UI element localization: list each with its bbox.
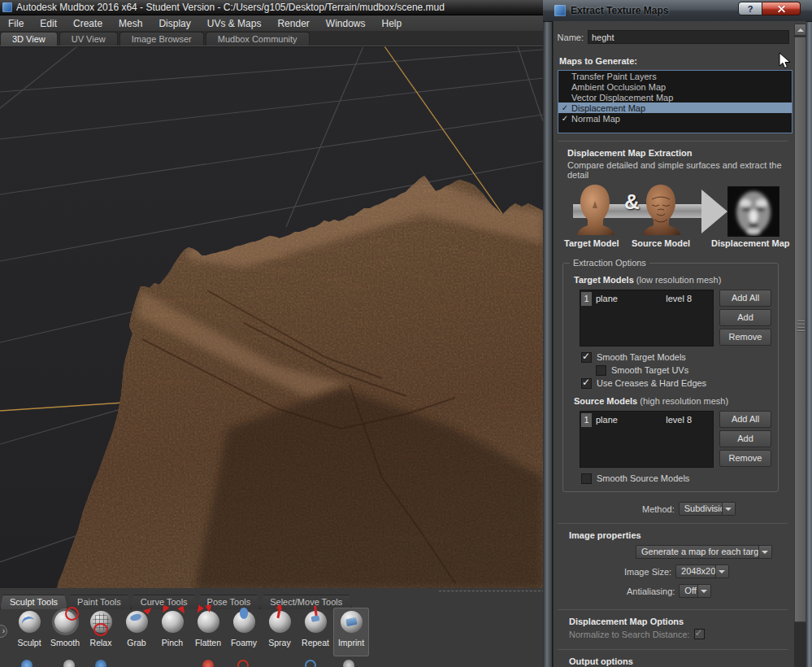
map-mode-dropdown[interactable]: Generate a map for each target: [636, 545, 772, 559]
tool-label: Pinch: [162, 638, 183, 647]
dialog-border: [543, 0, 553, 667]
tool-sphere-icon: [126, 611, 148, 633]
partial-tool-icon[interactable]: [95, 660, 106, 667]
ampersand: &: [624, 190, 640, 215]
dialog-titlebar[interactable]: Extract Texture Maps ?: [543, 0, 812, 22]
maps-to-generate-list: Transfer Paint Layers Ambient Occlusion …: [558, 70, 792, 133]
source-model-image: [639, 183, 683, 237]
remove-button[interactable]: Remove: [719, 329, 771, 346]
tool-button[interactable]: Pinch: [154, 608, 190, 656]
map-list-item[interactable]: Vector Displacement Map: [558, 92, 792, 102]
group-legend: Extraction Options: [570, 258, 649, 268]
map-list-item[interactable]: Transfer Paint Layers: [558, 71, 792, 81]
menu-item[interactable]: UVs & Maps: [199, 16, 270, 31]
extraction-options-group: Extraction Options Target Models (low re…: [562, 263, 779, 492]
menu-item[interactable]: Help: [374, 16, 410, 31]
help-button[interactable]: ?: [738, 2, 762, 15]
divider: [558, 649, 788, 650]
partial-tool-icon[interactable]: [21, 660, 33, 667]
menu-item[interactable]: File: [0, 16, 32, 31]
tool-button[interactable]: Spray: [262, 608, 297, 656]
image-size-dropdown[interactable]: 2048x2048: [675, 565, 729, 578]
model-name: plane: [596, 415, 666, 425]
checkbox[interactable]: [596, 365, 606, 376]
partial-tool-icon[interactable]: [63, 660, 75, 667]
row-index: 1: [581, 413, 592, 427]
checkbox-row[interactable]: Smooth Source Models: [581, 472, 771, 485]
checkbox[interactable]: [581, 378, 592, 389]
image-properties-title: Image properties: [569, 530, 794, 540]
menu-item[interactable]: Edit: [32, 16, 65, 31]
add-all-button[interactable]: Add All: [719, 290, 771, 307]
source-models-list[interactable]: 1 plane level 8: [580, 411, 714, 468]
map-list-item[interactable]: Normal Map: [558, 113, 792, 124]
map-list-item[interactable]: Displacement Map: [558, 102, 792, 113]
close-button[interactable]: [762, 2, 801, 15]
map-label: Transfer Paint Layers: [571, 72, 657, 81]
scrollbar-thumb[interactable]: [794, 37, 806, 622]
method-dropdown[interactable]: Subdivision: [679, 502, 736, 516]
antialiasing-dropdown[interactable]: Off: [679, 584, 711, 598]
second-tool-row: [0, 658, 546, 667]
checkbox[interactable]: [581, 352, 592, 363]
partial-tool-icon[interactable]: [202, 660, 214, 667]
normalize-checkbox[interactable]: [694, 629, 705, 639]
tool-sphere-icon: [341, 611, 363, 633]
dialog-scrollbar[interactable]: [794, 24, 806, 667]
partial-tool-icon[interactable]: [305, 660, 316, 667]
displacement-map-label: Displacement Map: [711, 238, 790, 248]
chevron-down-icon: [722, 503, 735, 515]
add-selected-button[interactable]: Add Selected: [719, 309, 771, 326]
menu-item[interactable]: Windows: [318, 16, 374, 31]
viewport-3d[interactable]: [0, 46, 543, 589]
chevron-down-icon: [715, 565, 728, 578]
menu-item[interactable]: Display: [150, 16, 198, 31]
extraction-diagram: &: [553, 183, 794, 251]
partial-tool-icon[interactable]: [343, 660, 354, 667]
view-tab[interactable]: Mudbox Community: [206, 32, 310, 46]
checkbox[interactable]: [581, 473, 592, 484]
tool-button[interactable]: Repeat: [297, 608, 333, 656]
tool-button[interactable]: Sculpt: [11, 608, 47, 656]
add-all-button[interactable]: Add All: [719, 411, 771, 428]
chevron-down-icon: [758, 546, 771, 558]
maps-to-generate-label: Maps to Generate:: [559, 56, 794, 66]
tool-button[interactable]: Imprint: [333, 608, 369, 656]
checkbox-row[interactable]: Smooth Target Models: [581, 351, 771, 364]
partial-tool-icon[interactable]: [237, 660, 249, 667]
dialog-title: Extract Texture Maps: [571, 5, 669, 16]
view-tab[interactable]: UV View: [59, 32, 118, 46]
view-tab[interactable]: Image Browser: [119, 32, 204, 46]
tool-label: Flatten: [195, 638, 221, 647]
divider: [558, 523, 788, 524]
checkbox-row[interactable]: Use Creases & Hard Edges: [581, 377, 771, 390]
target-models-list[interactable]: 1 plane level 8: [580, 290, 714, 347]
view-tab[interactable]: 3D View: [0, 32, 58, 46]
tool-button[interactable]: Grab: [119, 608, 154, 656]
add-selected-button[interactable]: Add Selected: [719, 430, 771, 447]
tool-button[interactable]: Foamy: [226, 608, 262, 656]
name-input[interactable]: [588, 30, 789, 44]
tool-button[interactable]: Smooth: [47, 608, 83, 656]
tray-expander-icon[interactable]: ›: [0, 625, 7, 638]
tool-button[interactable]: Relax: [83, 608, 119, 656]
menu-item[interactable]: Create: [65, 16, 111, 31]
tool-button[interactable]: Flatten: [190, 608, 226, 656]
remove-button[interactable]: Remove: [719, 450, 771, 467]
tool-sphere-icon: [90, 611, 112, 633]
tool-label: Repeat: [302, 638, 329, 647]
checkbox-label: Smooth Source Models: [597, 473, 689, 483]
model-row[interactable]: 1 plane level 8: [580, 412, 713, 427]
menu-item[interactable]: Render: [269, 16, 317, 31]
model-row[interactable]: 1 plane level 8: [580, 290, 713, 306]
view-tab-bar: 3D View UV View Image Browser Mudbox Com…: [0, 31, 553, 46]
mudbox-application: Autodesk Mudbox 2016 x64 - Student Versi…: [0, 0, 812, 667]
map-label: Normal Map: [571, 114, 620, 124]
target-models-title: Target Models (low resolution mesh): [574, 275, 771, 285]
chevron-down-icon: [697, 585, 710, 597]
displacement-map-image: [727, 186, 779, 237]
menu-item[interactable]: Mesh: [111, 16, 150, 31]
checkbox-row[interactable]: Smooth Target UVs: [596, 364, 771, 377]
map-list-item[interactable]: Ambient Occlusion Map: [558, 81, 792, 92]
scroll-up-icon[interactable]: [794, 24, 806, 36]
